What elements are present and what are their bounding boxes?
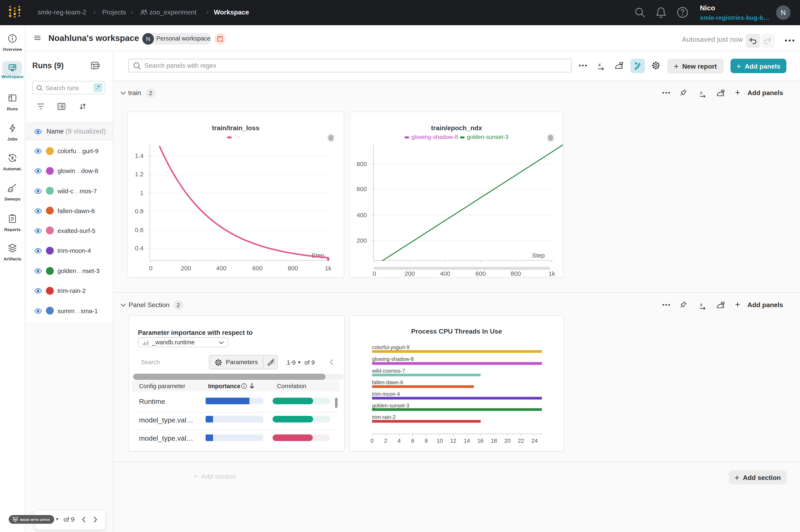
svg-text:24: 24 <box>531 438 538 444</box>
svg-text:fallen-dawn-6: fallen-dawn-6 <box>372 379 403 385</box>
svg-text:0.6: 0.6 <box>135 227 144 233</box>
svg-text:0: 0 <box>372 270 376 277</box>
svg-text:0: 0 <box>370 438 374 444</box>
svg-text:8: 8 <box>425 438 428 444</box>
svg-text:800: 800 <box>288 265 298 271</box>
svg-text:glowing-shadow-8: glowing-shadow-8 <box>372 356 414 362</box>
svg-text:600: 600 <box>252 265 263 271</box>
svg-text:x: x <box>700 301 703 307</box>
svg-text:800: 800 <box>356 160 367 167</box>
svg-text:200: 200 <box>404 270 415 277</box>
svg-text:18: 18 <box>491 438 497 444</box>
svg-text:800: 800 <box>510 270 521 277</box>
svg-text:0.8: 0.8 <box>135 208 144 214</box>
svg-text:10: 10 <box>436 438 443 444</box>
svg-text:0.4: 0.4 <box>135 245 144 251</box>
svg-text:x: x <box>598 61 601 68</box>
svg-text:trim-rain-2: trim-rain-2 <box>372 414 396 420</box>
svg-text:2: 2 <box>384 438 387 444</box>
svg-text:600: 600 <box>356 186 367 192</box>
svg-text:1.4: 1.4 <box>135 152 144 159</box>
svg-text:golden-sunset-3: golden-sunset-3 <box>372 403 409 408</box>
svg-text:4: 4 <box>397 438 401 444</box>
svg-text:1k: 1k <box>325 265 332 271</box>
svg-text:0: 0 <box>149 265 153 271</box>
svg-text:22: 22 <box>518 438 524 444</box>
svg-text:200: 200 <box>356 237 367 244</box>
svg-text:x: x <box>700 89 703 95</box>
svg-text:6: 6 <box>411 438 414 444</box>
svg-text:400: 400 <box>216 265 226 271</box>
svg-text:20: 20 <box>504 438 510 444</box>
svg-text:1.2: 1.2 <box>135 171 144 177</box>
svg-text:600: 600 <box>475 270 486 277</box>
svg-text:1: 1 <box>140 190 144 196</box>
svg-text:colorful-yogurt-9: colorful-yogurt-9 <box>372 344 410 350</box>
svg-text:16: 16 <box>477 438 484 444</box>
svg-text:400: 400 <box>356 212 367 218</box>
svg-text:Step: Step <box>532 252 544 259</box>
svg-text:14: 14 <box>464 438 470 444</box>
svg-text:trim-moon-4: trim-moon-4 <box>372 391 400 397</box>
svg-text:wild-cosmos-7: wild-cosmos-7 <box>372 368 405 374</box>
svg-text:12: 12 <box>450 438 457 444</box>
svg-text:1k: 1k <box>548 270 555 277</box>
svg-text:200: 200 <box>181 265 191 271</box>
svg-text:400: 400 <box>440 270 450 277</box>
